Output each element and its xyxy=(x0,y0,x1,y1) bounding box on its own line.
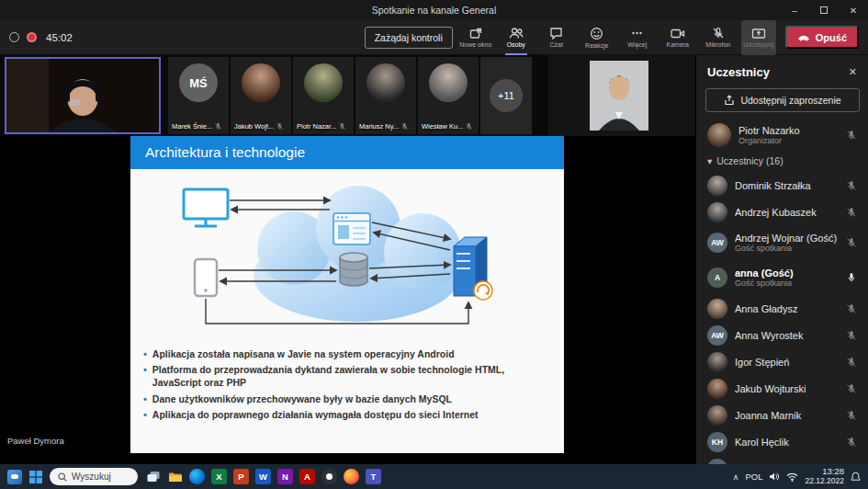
mic-off-icon xyxy=(846,130,857,141)
participant-row[interactable]: Andrzej Kubaszek xyxy=(696,199,868,225)
participant-row-organizer[interactable]: Piotr Nazarko Organizator xyxy=(696,119,868,151)
widgets-icon[interactable] xyxy=(7,470,22,484)
start-button[interactable] xyxy=(29,471,42,483)
share-invite-button[interactable]: Udostępnij zaproszenie xyxy=(705,88,860,112)
avatar xyxy=(429,63,468,102)
participant-row[interactable]: Igor Stępień xyxy=(696,348,868,375)
participant-row[interactable]: Anna Gładysz xyxy=(696,295,868,322)
participant-tile[interactable]: Mariusz Ny... xyxy=(355,57,416,134)
mic-off-icon xyxy=(846,180,857,191)
participant-row[interactable]: Joanna Marnik xyxy=(696,402,868,428)
close-button[interactable]: ✕ xyxy=(839,0,868,20)
camera-icon xyxy=(671,28,685,40)
new-window-button[interactable]: Nowe okno xyxy=(458,20,493,55)
tray-date: 22.12.2022 xyxy=(805,477,844,486)
participant-row[interactable]: AW Anna Wyrostek xyxy=(696,322,868,348)
pinned-video xyxy=(590,61,648,131)
slide-title: Architektura i technologie xyxy=(145,144,305,161)
pinned-video-tile[interactable] xyxy=(590,61,648,131)
avatar-initials: AW xyxy=(707,233,727,253)
avatar xyxy=(707,299,727,319)
participant-tile[interactable]: Piotr Nazar... xyxy=(293,57,354,134)
chevron-down-icon: ▾ xyxy=(707,155,712,166)
file-explorer-icon[interactable] xyxy=(167,469,183,484)
mic-off-icon xyxy=(465,122,473,131)
participant-row[interactable]: Jakub Wojturski xyxy=(696,375,868,402)
web-app-icon xyxy=(333,213,370,244)
participants-section-header[interactable]: ▾ Uczestnicy (16) xyxy=(696,151,868,172)
github-icon[interactable] xyxy=(321,469,337,484)
tab-people[interactable]: Osoby xyxy=(499,20,534,55)
bullet-item: •Aplikacja została napisana w Javie na s… xyxy=(143,347,551,360)
wifi-icon[interactable] xyxy=(786,472,798,482)
tab-more[interactable]: Więcej xyxy=(620,20,655,55)
mic-off-icon xyxy=(846,237,857,248)
avatar xyxy=(707,352,727,372)
mic-off-icon xyxy=(712,27,725,40)
participant-row[interactable]: Dominik Strzałka xyxy=(696,172,868,199)
acrobat-icon[interactable]: A xyxy=(299,469,315,484)
smiley-icon xyxy=(590,27,603,40)
clock[interactable]: 13:28 22.12.2022 xyxy=(805,467,844,486)
video-strip: MŚ Marek Śnie... Jakub Wojt... Piotr Naz… xyxy=(0,55,695,136)
avatar xyxy=(707,379,727,399)
leave-button[interactable]: Opuść xyxy=(785,26,859,49)
shared-screen-stage: Architektura i technologie xyxy=(0,136,695,464)
edge-icon[interactable] xyxy=(189,469,205,484)
recording-icon xyxy=(27,32,37,42)
powerpoint-icon[interactable]: P xyxy=(233,469,249,484)
presenter-name-label: Paweł Dymora xyxy=(7,436,64,446)
participant-row[interactable]: KP Katarzyna Pietrucha-Urbanik xyxy=(696,455,868,464)
mic-off-icon xyxy=(214,122,222,131)
mic-off-icon xyxy=(400,122,409,131)
bullet-item: •Platforma do przeprowadzania dyktand za… xyxy=(143,363,551,389)
self-video-tile[interactable] xyxy=(5,57,161,134)
search-input[interactable]: Wyszukuj xyxy=(50,468,138,485)
monitor-icon xyxy=(184,189,228,226)
overflow-count: +11 xyxy=(490,79,523,112)
language-indicator[interactable]: POL xyxy=(745,472,762,482)
firefox-icon[interactable] xyxy=(344,469,359,484)
mic-off-icon xyxy=(846,383,857,394)
panel-title: Uczestnicy xyxy=(707,65,770,79)
avatar xyxy=(707,176,727,196)
camera-button[interactable]: Kamera xyxy=(660,20,695,55)
avatar-initials: A xyxy=(707,267,727,288)
participant-tile[interactable]: MŚ Marek Śnie... xyxy=(168,57,229,134)
people-icon xyxy=(509,27,524,40)
hangup-icon xyxy=(797,34,810,41)
task-view-icon[interactable] xyxy=(145,469,161,484)
teams-icon[interactable]: T xyxy=(366,469,381,484)
overflow-participants-tile[interactable]: +11 xyxy=(480,57,532,134)
titlebar: Spotkanie na kanale General – ✕ xyxy=(0,0,868,20)
share-screen-button[interactable]: Udostępnij xyxy=(741,20,776,55)
avatar xyxy=(707,123,731,147)
participant-row[interactable]: AW Andrzej Wojnar (Gość) Gość spotkania xyxy=(696,225,868,260)
avatar xyxy=(242,63,280,102)
tab-reactions[interactable]: Reakcje xyxy=(580,20,614,55)
microphone-button[interactable]: Mikrofon xyxy=(701,20,736,55)
notifications-icon[interactable] xyxy=(851,472,861,483)
participants-panel: Uczestnicy ✕ Udostępnij zaproszenie Piot… xyxy=(695,55,868,464)
share-screen-icon xyxy=(751,28,766,40)
windows-taskbar: Wyszukuj X P W N A T ∧ POL 13:28 xyxy=(0,464,868,489)
minimize-button[interactable]: – xyxy=(780,0,809,20)
onenote-icon[interactable]: N xyxy=(277,469,293,484)
volume-icon[interactable] xyxy=(769,472,780,482)
participant-row[interactable]: KH Karol Hęclik xyxy=(696,428,868,455)
word-icon[interactable]: W xyxy=(255,469,271,484)
tray-expand-icon[interactable]: ∧ xyxy=(733,472,739,482)
participant-tile[interactable]: Wiesław Ku... xyxy=(418,57,479,134)
maximize-icon xyxy=(820,6,828,14)
excel-icon[interactable]: X xyxy=(211,469,227,484)
participant-row[interactable]: A anna (Gość) Gość spotkania xyxy=(696,260,868,295)
tab-chat[interactable]: Czat xyxy=(539,20,574,55)
maximize-button[interactable] xyxy=(809,0,839,20)
mic-off-icon xyxy=(276,122,284,131)
participant-tile[interactable]: Jakub Wojt... xyxy=(231,57,291,134)
request-control-button[interactable]: Zażądaj kontroli xyxy=(365,27,453,49)
avatar xyxy=(366,63,405,102)
close-panel-button[interactable]: ✕ xyxy=(849,66,857,78)
bullet-item: •Dane użytkowników przechowywane były w … xyxy=(143,392,551,405)
mic-off-icon xyxy=(846,330,857,341)
